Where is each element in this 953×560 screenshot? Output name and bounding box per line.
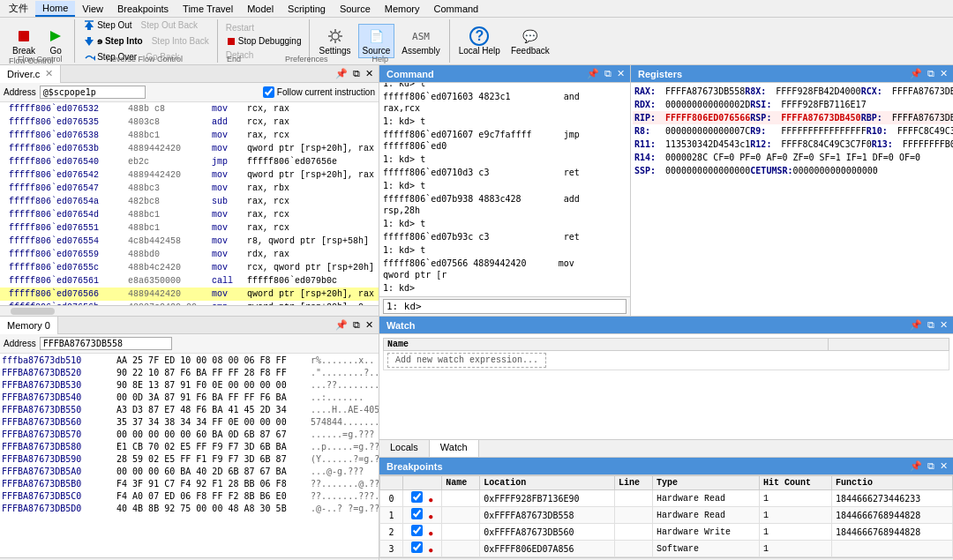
menu-command[interactable]: Command: [427, 2, 486, 16]
source-button[interactable]: 📄 Source: [358, 24, 395, 58]
reg-value[interactable]: 000000000000007C: [665, 125, 750, 137]
disasm-row[interactable]: fffff806`ed076540eb2cjmp fffff806`ed0765…: [0, 155, 379, 168]
reg-value[interactable]: 0000028C CF=0 PF=0 AF=0 ZF=0 SF=1 IF=1 D…: [665, 152, 920, 163]
pin-icon[interactable]: 📌: [334, 68, 349, 79]
reg-value[interactable]: 113530342D4543c1: [665, 138, 750, 150]
cmd-pin-icon[interactable]: 📌: [585, 68, 601, 79]
bp-checkbox[interactable]: [411, 491, 423, 503]
menu-model[interactable]: Model: [240, 2, 281, 16]
reg-value[interactable]: FFFFA87673DB558: [892, 86, 953, 97]
cmd-float-icon[interactable]: ⧉: [603, 68, 613, 79]
locals-tab[interactable]: Locals: [379, 440, 430, 457]
bp-checkbox[interactable]: [411, 541, 423, 553]
go-button[interactable]: Go: [42, 25, 69, 57]
disasm-row[interactable]: fffff806`ed076532488b c8mov rcx, rax: [0, 102, 379, 116]
reg-float-icon[interactable]: ⧉: [926, 68, 936, 79]
memory-tab[interactable]: Memory 0: [0, 317, 58, 334]
watch-tab-btn[interactable]: Watch: [430, 440, 479, 457]
bp-tab[interactable]: Breakpoints: [379, 458, 450, 475]
command-tab[interactable]: Command: [379, 65, 441, 83]
registers-content[interactable]: RAX:FFFFA87673DB558 R8X:FFFF928FB42D4000…: [631, 83, 953, 316]
disasm-row[interactable]: fffff806`ed07655c488b4c2420mov rcx, qwor…: [0, 261, 379, 274]
command-content[interactable]: fffff806`ed7f9854 0f85fc1288ff jne fffff…: [379, 83, 630, 296]
disasm-row[interactable]: fffff806`ed0765354803c8add rcx, rax: [0, 116, 379, 129]
watch-close-icon[interactable]: ✕: [938, 319, 949, 331]
reg-value[interactable]: 000000000000002D: [665, 99, 750, 110]
disasm-row[interactable]: fffff806`ed076551488bc1mov rax, rcx: [0, 221, 379, 235]
disasm-row[interactable]: fffff806`ed0765544c8b442458mov r8, qword…: [0, 235, 379, 248]
follow-instruction-label[interactable]: Follow current instruction: [263, 86, 375, 98]
bp-pin-icon[interactable]: 📌: [908, 460, 924, 472]
menu-home[interactable]: Home: [35, 1, 75, 17]
stop-debugging-button[interactable]: Stop Debugging: [223, 35, 304, 48]
watch-pin-icon[interactable]: 📌: [908, 319, 924, 331]
memory-address-input[interactable]: [40, 337, 172, 350]
local-help-button[interactable]: ? Local Help: [455, 25, 504, 57]
float-icon[interactable]: ⧉: [351, 68, 362, 79]
disasm-row[interactable]: fffff806`ed076547488bc3mov rax, rbx: [0, 182, 379, 195]
mem-pin-icon[interactable]: 📌: [334, 319, 349, 331]
disasm-content[interactable]: fffff806`ed076532488b c8mov rcx, raxffff…: [0, 102, 379, 305]
assembly-button[interactable]: ASM Assembly: [398, 25, 443, 57]
reg-value[interactable]: FFFFA87673DB460: [892, 112, 953, 123]
close-panel-icon[interactable]: ✕: [364, 68, 375, 79]
step-into-back-button[interactable]: Step Into Back: [149, 34, 212, 49]
reg-pin-icon[interactable]: 📌: [908, 68, 924, 79]
disasm-row[interactable]: fffff806`ed07653b4889442420mov qword ptr…: [0, 142, 379, 155]
follow-checkbox[interactable]: [263, 86, 274, 98]
reg-value[interactable]: FFFF928FB7116E17: [781, 99, 866, 110]
bp-float-icon[interactable]: ⧉: [926, 460, 936, 472]
watch-tab[interactable]: Watch: [379, 317, 423, 334]
reg-value[interactable]: 0000000000000000: [793, 165, 878, 176]
disassembly-tab[interactable]: Driver.c ✕: [0, 65, 61, 83]
reg-close-icon[interactable]: ✕: [938, 68, 949, 79]
mem-float-icon[interactable]: ⧉: [351, 319, 362, 331]
step-out-back-button[interactable]: Step Out Back: [139, 19, 200, 33]
memory-content[interactable]: fffba87673db510AA 25 7F ED 10 00 08 00 0…: [0, 354, 379, 557]
disasm-row[interactable]: fffff806`ed0765664889442420mov qword ptr…: [0, 287, 379, 301]
reg-value[interactable]: FFFFFFFFB0020A8: [903, 138, 953, 150]
bp-checkbox[interactable]: [411, 525, 423, 536]
menu-scripting[interactable]: Scripting: [281, 2, 333, 16]
disasm-row[interactable]: fffff806`ed076561e8a6350000call fffff806…: [0, 274, 379, 287]
cmd-close-icon[interactable]: ✕: [615, 68, 627, 79]
disasm-row[interactable]: fffff806`ed0765424889442420mov qword ptr…: [0, 168, 379, 182]
registers-tab[interactable]: Registers: [631, 65, 689, 83]
reg-value[interactable]: FFFF8C84C49C3C7F0: [781, 138, 871, 150]
watch-float-icon[interactable]: ⧉: [926, 319, 936, 331]
feedback-button[interactable]: 💬 Feedback: [507, 25, 553, 57]
menu-breakpoints[interactable]: Breakpoints: [110, 2, 176, 16]
reg-value[interactable]: 0000000000000000: [665, 165, 750, 176]
disasm-row[interactable]: fffff806`ed07654a482bc8sub rax, rcx: [0, 195, 379, 208]
disasm-row[interactable]: fffff806`ed07656b48837c2420 00cmp qword …: [0, 301, 379, 305]
disasm-row[interactable]: fffff806`ed076538488bc1mov rax, rcx: [0, 129, 379, 142]
disasm-row[interactable]: fffff806`ed07654d488bc1mov rax, rcx: [0, 208, 379, 221]
reg-value[interactable]: FFFFA87673DB558: [665, 86, 745, 97]
break-button[interactable]: Break: [9, 25, 39, 57]
bp-close-icon[interactable]: ✕: [938, 460, 949, 472]
disasm-row[interactable]: fffff806`ed076559488bd0mov rdx, rax: [0, 248, 379, 261]
disasm-hscroll[interactable]: [0, 305, 379, 316]
restart-button[interactable]: Restart: [223, 22, 304, 34]
reg-value[interactable]: FFFFA87673DB450: [781, 112, 860, 123]
add-watch-btn[interactable]: Add new watch expression...: [387, 353, 546, 368]
bp-content[interactable]: Name Location Line Type Hit Count Functi…: [379, 475, 953, 557]
menu-view[interactable]: View: [75, 2, 110, 16]
disassembly-tab-close[interactable]: ✕: [45, 68, 53, 79]
mem-close-icon[interactable]: ✕: [364, 319, 375, 331]
settings-button[interactable]: Settings: [315, 25, 354, 57]
step-into-button[interactable]: ɘ Step Into: [80, 34, 146, 49]
bp-checkbox[interactable]: [411, 508, 423, 519]
address-input[interactable]: [40, 86, 146, 99]
command-input[interactable]: [383, 299, 627, 314]
menu-file[interactable]: 文件: [2, 0, 35, 17]
menu-memory[interactable]: Memory: [378, 2, 427, 16]
reg-value[interactable]: FFFFFFFFFFFFFFFF: [781, 125, 866, 137]
reg-panel-controls: 📌 ⧉ ✕: [908, 68, 953, 79]
reg-value[interactable]: FFFF928FB42D4000: [776, 86, 860, 97]
menu-source[interactable]: Source: [333, 2, 378, 16]
menu-timetravel[interactable]: Time Travel: [176, 2, 240, 16]
reg-value[interactable]: FFFFF806ED076566: [665, 112, 750, 123]
step-out-button[interactable]: Step Out: [80, 19, 134, 33]
reg-value[interactable]: FFFFC8C49C3C7F0: [897, 125, 953, 137]
